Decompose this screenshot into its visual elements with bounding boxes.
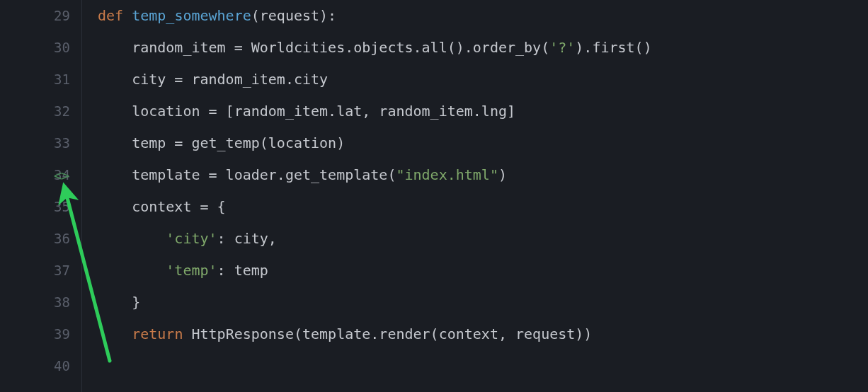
code-token [123, 7, 132, 24]
line-number: 32 [39, 96, 74, 127]
code-line[interactable]: location = [random_item.lat, random_item… [98, 96, 868, 127]
code-token: '?' [549, 39, 575, 56]
code-token [98, 325, 132, 342]
line-number: 33 [39, 127, 74, 159]
code-line[interactable]: random_item = Worldcities.objects.all().… [98, 32, 868, 64]
gutter-line[interactable]: 32 [0, 96, 74, 127]
line-number: 29 [39, 0, 74, 32]
gutter-line[interactable]: 38 [0, 287, 74, 318]
code-token: return [132, 325, 183, 342]
code-token: city = random_item.city [98, 71, 328, 88]
code-line[interactable]: return HttpResponse(template.render(cont… [98, 318, 868, 350]
code-token [98, 262, 166, 279]
code-token: "index.html" [396, 166, 498, 183]
line-number: 36 [39, 223, 74, 255]
gutter-marker-icon[interactable]: <> [54, 159, 69, 191]
line-number: 35 [39, 191, 74, 223]
code-token: 'city' [166, 230, 217, 247]
code-token: ) [498, 166, 507, 183]
code-editor[interactable]: 293031323334<>353637383940 def temp_some… [0, 0, 868, 392]
code-token: : temp [217, 262, 268, 279]
line-number: 40 [39, 350, 74, 382]
code-token: location = [random_item.lat, random_item… [98, 103, 515, 120]
code-token: random_item = Worldcities.objects.all().… [98, 39, 549, 56]
code-token: temp = get_temp(location) [98, 134, 345, 151]
code-token: HttpResponse(template.render(context, re… [183, 325, 592, 342]
code-token: } [98, 294, 140, 311]
code-token: : city, [217, 230, 277, 247]
code-token [98, 230, 166, 247]
gutter-line[interactable]: 37 [0, 255, 74, 287]
code-area[interactable]: def temp_somewhere(request): random_item… [81, 0, 868, 392]
code-line[interactable]: def temp_somewhere(request): [98, 0, 868, 32]
code-line[interactable]: 'city': city, [98, 223, 868, 255]
code-line[interactable]: template = loader.get_template("index.ht… [98, 159, 868, 191]
code-line[interactable]: 'temp': temp [98, 255, 868, 287]
code-token: 'temp' [166, 262, 217, 279]
line-gutter: 293031323334<>353637383940 [0, 0, 81, 392]
gutter-line[interactable]: 33 [0, 127, 74, 159]
line-number: 30 [39, 32, 74, 64]
code-token: temp_somewhere [132, 7, 251, 24]
code-token: def [98, 7, 123, 24]
code-line[interactable]: } [98, 287, 868, 318]
code-token: template = loader.get_template( [98, 166, 396, 183]
line-number: 31 [39, 64, 74, 96]
gutter-line[interactable]: 29 [0, 0, 74, 32]
gutter-line[interactable]: 34<> [0, 159, 74, 191]
line-number: 37 [39, 255, 74, 287]
line-number: 39 [39, 318, 74, 350]
gutter-line[interactable]: 30 [0, 32, 74, 64]
gutter-line[interactable]: 36 [0, 223, 74, 255]
code-line[interactable]: temp = get_temp(location) [98, 127, 868, 159]
code-line[interactable] [98, 350, 868, 382]
code-line[interactable]: context = { [98, 191, 868, 223]
line-number: 38 [39, 287, 74, 318]
code-token: context = { [98, 198, 226, 215]
code-token: (request): [251, 7, 336, 24]
code-token: ).first() [575, 39, 651, 56]
gutter-line[interactable]: 35 [0, 191, 74, 223]
gutter-line[interactable]: 40 [0, 350, 74, 382]
gutter-line[interactable]: 31 [0, 64, 74, 96]
gutter-line[interactable]: 39 [0, 318, 74, 350]
code-line[interactable]: city = random_item.city [98, 64, 868, 96]
